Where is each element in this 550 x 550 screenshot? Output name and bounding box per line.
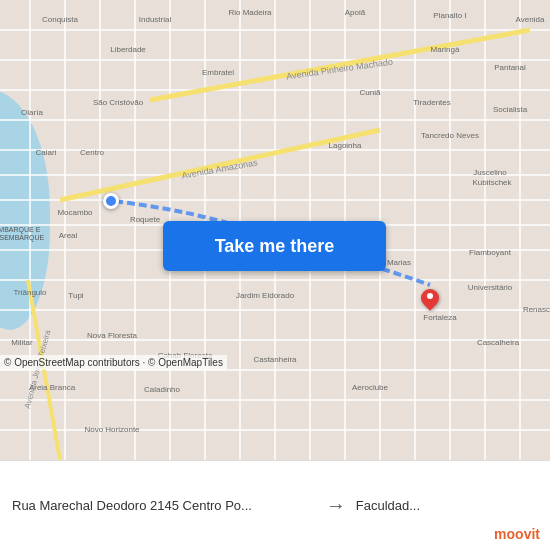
svg-text:Embratel: Embratel <box>202 68 234 77</box>
svg-text:DESEMBARQUE: DESEMBARQUE <box>0 234 45 242</box>
svg-text:Flamboyant: Flamboyant <box>469 248 512 257</box>
svg-text:Nova Floresta: Nova Floresta <box>87 331 137 340</box>
svg-text:Mocambo: Mocambo <box>57 208 93 217</box>
svg-text:Conquista: Conquista <box>42 15 79 24</box>
svg-text:Aeroclube: Aeroclube <box>352 383 389 392</box>
current-location-dot <box>103 193 119 209</box>
take-me-there-button[interactable]: Take me there <box>163 221 386 271</box>
route-from-label: Rua Marechal Deodoro 2145 Centro Po... <box>12 498 316 513</box>
svg-text:Militar: Militar <box>11 338 33 347</box>
svg-text:Tancredo Neves: Tancredo Neves <box>421 131 479 140</box>
svg-text:Roquete: Roquete <box>130 215 161 224</box>
svg-text:Cuniã: Cuniã <box>360 88 381 97</box>
svg-text:São Cristóvão: São Cristóvão <box>93 98 144 107</box>
svg-text:Castanheira: Castanheira <box>253 355 297 364</box>
map-attribution: © OpenStreetMap contributors · © OpenMap… <box>0 355 227 370</box>
svg-text:Pantanal: Pantanal <box>494 63 526 72</box>
svg-text:Avenida: Avenida <box>516 15 545 24</box>
svg-text:Olaría: Olaría <box>21 108 43 117</box>
svg-text:Liberdade: Liberdade <box>110 45 146 54</box>
svg-text:Tupi: Tupi <box>68 291 83 300</box>
svg-text:Novo Horizonte: Novo Horizonte <box>84 425 140 434</box>
svg-text:Jardim Eldorado: Jardim Eldorado <box>236 291 295 300</box>
route-to-label: Faculdad... <box>356 498 538 513</box>
svg-text:Caiari: Caiari <box>36 148 57 157</box>
moovit-logo: moovit <box>494 526 540 542</box>
svg-text:Socialista: Socialista <box>493 105 528 114</box>
svg-text:Rio Madeira: Rio Madeira <box>228 8 272 17</box>
map-container: Conquista Industrial Rio Madeira Apoiã P… <box>0 0 550 460</box>
svg-text:Lagoinha: Lagoinha <box>329 141 362 150</box>
svg-text:Kubitschek: Kubitschek <box>472 178 512 187</box>
svg-text:Planalto I: Planalto I <box>433 11 466 20</box>
svg-text:Maringá: Maringá <box>431 45 460 54</box>
svg-text:Juscelino: Juscelino <box>473 168 507 177</box>
svg-text:Caladinho: Caladinho <box>144 385 181 394</box>
svg-text:Tiradentes: Tiradentes <box>413 98 451 107</box>
svg-text:Triângulo: Triângulo <box>13 288 47 297</box>
svg-text:Industrial: Industrial <box>139 15 172 24</box>
moovit-logo-text: moovit <box>494 526 540 542</box>
arrow-icon: → <box>316 494 356 517</box>
route-to: Faculdad... <box>356 498 538 513</box>
svg-text:Centro: Centro <box>80 148 105 157</box>
svg-text:Apoiã: Apoiã <box>345 8 366 17</box>
svg-text:EMBARQUE E: EMBARQUE E <box>0 226 41 234</box>
svg-text:Fortaleza: Fortaleza <box>423 313 457 322</box>
svg-text:Cascalheira: Cascalheira <box>477 338 520 347</box>
svg-text:Areal: Areal <box>59 231 78 240</box>
route-from: Rua Marechal Deodoro 2145 Centro Po... <box>12 498 316 513</box>
svg-text:Renascer: Renascer <box>523 305 550 314</box>
svg-text:Universitário: Universitário <box>468 283 513 292</box>
bottom-bar: Rua Marechal Deodoro 2145 Centro Po... →… <box>0 460 550 550</box>
